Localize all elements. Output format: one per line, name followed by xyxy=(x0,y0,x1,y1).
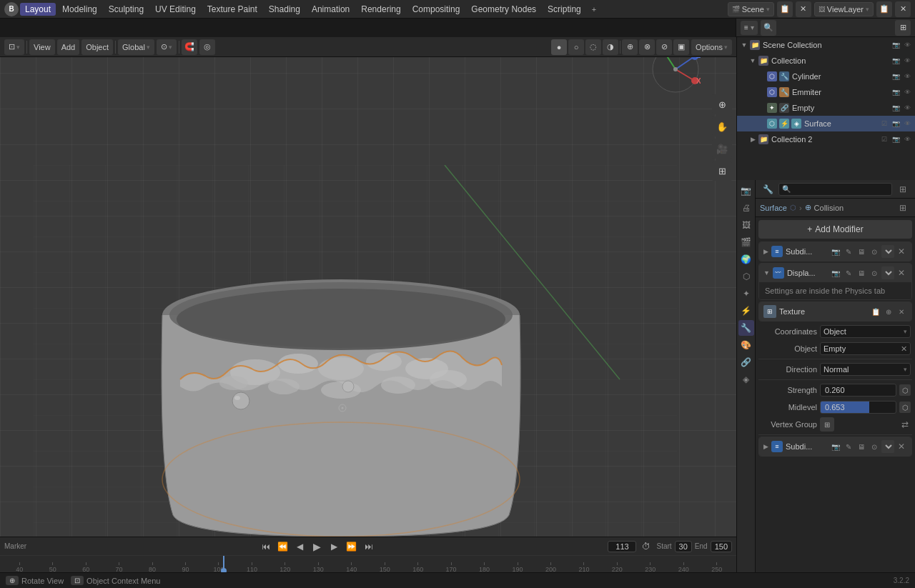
viewport-shading-rendered[interactable]: ◑ xyxy=(603,39,618,55)
object-dropdown[interactable]: Empty ✕ xyxy=(820,342,911,355)
props-tab-view[interactable]: 🖼 xyxy=(738,217,754,233)
strength-input[interactable]: 0.260 xyxy=(820,384,896,397)
scene-selector[interactable]: 🎬 Scene ▾ xyxy=(728,2,774,16)
proportional-btn[interactable]: ◎ xyxy=(199,39,215,55)
add-menu-btn[interactable]: Add xyxy=(57,39,80,55)
viewport-shading-wire[interactable]: ◌ xyxy=(585,39,601,55)
new-view-layer-btn[interactable]: 📋 xyxy=(876,1,892,17)
strength-adjust-btn[interactable]: ⬡ xyxy=(899,384,911,396)
current-frame-display[interactable]: 113 xyxy=(608,541,636,552)
props-tab-data[interactable]: ◈ xyxy=(738,372,754,387)
new-scene-btn[interactable]: 📋 xyxy=(777,1,793,17)
props-tab-output[interactable]: 🖨 xyxy=(738,200,754,216)
tool-move[interactable]: ✋ xyxy=(712,116,732,136)
menu-add-workspace[interactable]: + xyxy=(588,4,600,15)
menu-rendering[interactable]: Rendering xyxy=(356,3,405,16)
emp-eye-toggle[interactable]: 👁 xyxy=(902,103,912,113)
modifier-displace-header[interactable]: ▼ 〰 Displa... 📷 ✎ 🖥 ⊙ ▾ ✕ xyxy=(759,264,911,282)
texture-copy-btn[interactable]: ⊕ xyxy=(883,306,894,317)
close-scene-btn[interactable]: ✕ xyxy=(796,1,811,17)
surf-checkbox[interactable]: ☑ xyxy=(879,119,889,129)
outliner-item-collection2[interactable]: ▶ 📁 Collection 2 ☑ 📷 👁 xyxy=(737,131,915,147)
end-value[interactable]: 150 xyxy=(711,541,732,552)
modifier-close1[interactable]: ✕ xyxy=(896,246,907,257)
tool-camera[interactable]: 🎥 xyxy=(712,139,732,159)
midlevel-input[interactable]: 0.653 xyxy=(820,401,896,414)
view-layer-selector[interactable]: 🖼 ViewLayer ▾ xyxy=(814,2,874,16)
props-tab-world[interactable]: 🌍 xyxy=(738,251,754,267)
modifier-anim-btn[interactable]: ⊙ xyxy=(869,246,880,257)
disp-render-btn[interactable]: 🖥 xyxy=(856,267,867,279)
outliner-filter2-btn[interactable]: ⊞ xyxy=(895,20,911,36)
menu-sculpting[interactable]: Sculpting xyxy=(104,3,149,16)
vertex-group-arrow-btn[interactable]: ⇄ xyxy=(899,419,911,430)
disp-camera-btn[interactable]: 📷 xyxy=(830,267,841,279)
viewport-canvas[interactable]: X Y Z ⊕ ✋ 🎥 ⊞ xyxy=(0,37,736,572)
tl-play[interactable]: ▶ xyxy=(310,539,325,554)
view-menu-btn[interactable]: View xyxy=(29,39,55,55)
props-tab-render[interactable]: 📷 xyxy=(738,183,754,199)
outliner-type-btn[interactable]: ≡ ▾ xyxy=(741,21,758,35)
surf-eye-toggle[interactable]: 👁 xyxy=(902,119,912,129)
outliner-item-scene-collection[interactable]: ▼ 📁 Scene Collection 📷 👁 xyxy=(737,37,915,53)
start-value[interactable]: 30 xyxy=(675,541,692,552)
scene-eye-toggle[interactable]: 👁 xyxy=(902,40,912,50)
outliner-item-emmiter[interactable]: ▶ ⬡ 🔧 Emmiter 📷 👁 xyxy=(737,84,915,100)
subdi2-render-btn[interactable]: 🖥 xyxy=(856,441,867,452)
tl-next-keyframe[interactable]: ⏩ xyxy=(345,539,359,554)
cyl-render-toggle[interactable]: 📷 xyxy=(891,71,901,81)
col2-eye-toggle[interactable]: 👁 xyxy=(902,134,912,144)
options-button[interactable]: Options ▾ xyxy=(691,39,732,55)
menu-geometry-nodes[interactable]: Geometry Nodes xyxy=(466,3,541,16)
snap-btn[interactable]: 🧲 xyxy=(182,39,197,55)
tool-grid[interactable]: ⊞ xyxy=(712,161,732,181)
menu-animation[interactable]: Animation xyxy=(307,3,355,16)
modifier-close3[interactable]: ✕ xyxy=(896,441,907,452)
modifier-camera-btn[interactable]: 📷 xyxy=(830,246,841,257)
props-tab-particles[interactable]: ✦ xyxy=(738,286,754,302)
menu-scripting[interactable]: Scripting xyxy=(543,3,586,16)
midlevel-adjust-btn[interactable]: ⬡ xyxy=(899,402,911,413)
texture-new-btn[interactable]: 📋 xyxy=(870,306,881,317)
em-render-toggle[interactable]: 📷 xyxy=(891,87,901,97)
subdi2-anim-btn[interactable]: ⊙ xyxy=(869,441,880,452)
tl-fps-btn[interactable]: ⏱ xyxy=(639,539,653,554)
props-tab-constraint[interactable]: 🔗 xyxy=(738,354,754,370)
props-tab-material[interactable]: 🎨 xyxy=(738,337,754,353)
col2-render-toggle[interactable]: 📷 xyxy=(891,134,901,144)
object-menu-btn[interactable]: Object xyxy=(81,39,113,55)
tl-to-end[interactable]: ⏭ xyxy=(362,539,376,554)
tool-cursor[interactable]: ⊕ xyxy=(712,94,732,114)
menu-uv-editing[interactable]: UV Editing xyxy=(150,3,201,16)
col-eye-toggle[interactable]: 👁 xyxy=(902,56,912,66)
tl-next-frame[interactable]: ▶ xyxy=(327,539,342,554)
em-eye-toggle[interactable]: 👁 xyxy=(902,87,912,97)
breadcrumb-expand-btn[interactable]: ⊞ xyxy=(895,200,911,216)
modifier-render-btn[interactable]: 🖥 xyxy=(856,246,867,257)
modifier-dropdown3[interactable]: ▾ xyxy=(881,440,894,453)
pivot-btn[interactable]: ⊙ ▾ xyxy=(157,39,177,55)
props-tab-object[interactable]: ⬡ xyxy=(738,269,754,284)
direction-dropdown[interactable]: Normal ▾ xyxy=(820,363,911,376)
modifier-dropdown2[interactable]: ▾ xyxy=(881,266,894,279)
outliner-item-cylinder[interactable]: ▶ ⬡ 🔧 Cylinder 📷 👁 xyxy=(737,69,915,84)
vertex-group-icon[interactable]: ⊞ xyxy=(820,417,834,432)
viewport-snap-overlay[interactable]: ⊘ xyxy=(656,39,672,55)
tl-prev-frame[interactable]: ◀ xyxy=(293,539,307,554)
scene-render-toggle[interactable]: 📷 xyxy=(891,40,901,50)
props-tab-scene[interactable]: 🎬 xyxy=(738,234,754,250)
viewport-overlay-btn[interactable]: ⊕ xyxy=(622,39,638,55)
editor-type-btn[interactable]: ⊡ ▾ xyxy=(4,39,24,55)
timeline-ruler[interactable]: 4050607080901001101201301401501601701801… xyxy=(0,556,736,573)
props-header-icon[interactable]: 🔧 xyxy=(760,181,776,197)
modifier-close2[interactable]: ✕ xyxy=(896,267,907,279)
cyl-eye-toggle[interactable]: 👁 xyxy=(902,71,912,81)
transform-space-btn[interactable]: Global ▾ xyxy=(118,39,154,55)
viewport-shading-solid[interactable]: ● xyxy=(551,39,567,55)
emp-render-toggle[interactable]: 📷 xyxy=(891,103,901,113)
outliner-item-surface[interactable]: ▶ ⬡ ⚡ ◈ Surface ☑ 📷 👁 xyxy=(737,116,915,131)
col-render-toggle[interactable]: 📷 xyxy=(891,56,901,66)
tl-to-start[interactable]: ⏮ xyxy=(259,539,273,554)
viewport-xray-btn[interactable]: ▣ xyxy=(673,39,689,55)
object-x-icon[interactable]: ✕ xyxy=(901,344,907,354)
